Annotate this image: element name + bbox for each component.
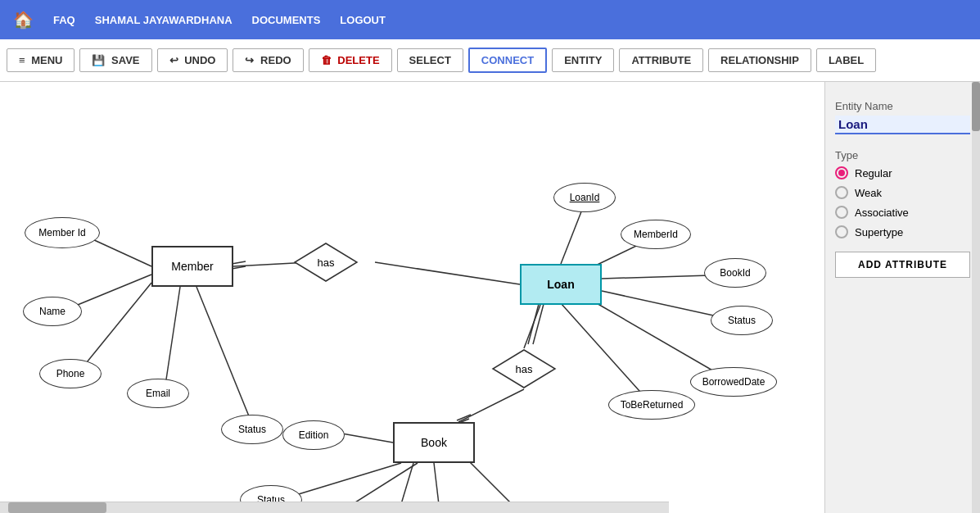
top-navigation: 🏠 FAQ SHAMAL JAYAWARDHANA DOCUMENTS LOGO… (0, 0, 980, 39)
attr-edition[interactable]: Edition (282, 420, 345, 450)
attr-member-id[interactable]: Member Id (25, 217, 100, 248)
type-radio-group: Regular Weak Associative Supertype (835, 166, 970, 238)
scrollbar-thumb[interactable] (8, 502, 106, 513)
svg-line-4 (196, 287, 255, 430)
svg-line-16 (528, 304, 539, 344)
attr-loan-bookid[interactable]: BookId (704, 258, 766, 288)
attr-loanid[interactable]: LoanId (553, 183, 616, 212)
attr-member-status[interactable]: Status (221, 415, 283, 444)
type-supertype[interactable]: Supertype (835, 225, 970, 238)
redo-button[interactable]: ↪ REDO (233, 48, 303, 72)
radio-regular-circle (835, 166, 848, 179)
nav-logout[interactable]: LOGOUT (340, 14, 386, 26)
type-weak-label: Weak (855, 187, 882, 199)
relationship-has2[interactable]: has (491, 348, 557, 389)
radio-supertype-circle (835, 225, 848, 238)
type-label: Type (835, 149, 970, 161)
attr-phone[interactable]: Phone (39, 359, 102, 388)
type-regular[interactable]: Regular (835, 166, 970, 179)
radio-regular-dot (838, 170, 845, 176)
label-button[interactable]: LABEL (816, 48, 876, 72)
horizontal-scrollbar[interactable] (0, 502, 669, 513)
attribute-button[interactable]: ATTRIBUTE (619, 48, 703, 72)
radio-weak-circle (835, 186, 848, 199)
toolbar: ≡ MENU 💾 SAVE ↩ UNDO ↪ REDO 🗑 DELETE SEL… (0, 39, 980, 82)
entity-member[interactable]: Member (151, 246, 233, 287)
entity-name-input[interactable] (835, 116, 970, 134)
save-button[interactable]: 💾 SAVE (79, 48, 151, 72)
attr-name[interactable]: Name (23, 297, 82, 326)
sidebar-scrollbar[interactable] (972, 82, 980, 513)
nav-faq[interactable]: FAQ (53, 14, 75, 26)
add-attribute-button[interactable]: ADD ATTRIBUTE (835, 252, 970, 278)
connect-button[interactable]: CONNECT (468, 48, 547, 73)
entity-button[interactable]: ENTITY (552, 48, 614, 72)
nav-documents[interactable]: DOCUMENTS (252, 14, 321, 26)
main-area: Member Loan Book has has Member Id Name … (0, 82, 980, 513)
delete-button[interactable]: 🗑 DELETE (309, 48, 392, 72)
svg-line-18 (458, 389, 524, 422)
properties-sidebar: Entity Name Type Regular Weak Associativ… (824, 82, 980, 513)
type-supertype-label: Supertype (855, 226, 903, 238)
type-regular-label: Regular (855, 167, 892, 179)
undo-button[interactable]: ↩ UNDO (157, 48, 228, 72)
select-button[interactable]: SELECT (397, 48, 463, 72)
home-icon[interactable]: 🏠 (13, 10, 34, 30)
type-weak[interactable]: Weak (835, 186, 970, 199)
sidebar-scroll-thumb[interactable] (972, 82, 980, 131)
type-associative-label: Associative (855, 207, 909, 219)
relationship-button[interactable]: RELATIONSHIP (708, 48, 811, 72)
entity-book[interactable]: Book (393, 422, 475, 463)
type-associative[interactable]: Associative (835, 206, 970, 219)
menu-button[interactable]: ≡ MENU (7, 48, 75, 72)
relationship-has1[interactable]: has (293, 242, 359, 283)
svg-line-7 (232, 261, 246, 264)
svg-line-6 (375, 262, 520, 284)
attr-loan-status[interactable]: Status (711, 306, 773, 335)
radio-associative-circle (835, 206, 848, 219)
attr-tobe-returned[interactable]: ToBeReturned (608, 390, 695, 420)
attr-email[interactable]: Email (127, 379, 189, 408)
entity-loan[interactable]: Loan (520, 264, 602, 305)
nav-user[interactable]: SHAMAL JAYAWARDHANA (95, 14, 233, 26)
entity-name-label: Entity Name (835, 100, 970, 112)
svg-line-0 (93, 239, 151, 266)
attr-loan-memberid[interactable]: MemberId (621, 220, 691, 249)
attr-borrowed-date[interactable]: BorrowedDate (690, 367, 777, 397)
diagram-canvas[interactable]: Member Loan Book has has Member Id Name … (0, 82, 824, 513)
